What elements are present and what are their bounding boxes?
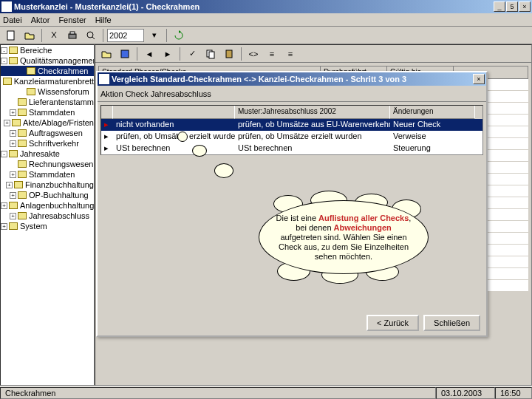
- tool-indent-icon[interactable]: ≡: [282, 47, 299, 61]
- svg-rect-6: [209, 52, 214, 58]
- tool-open-icon[interactable]: [98, 47, 115, 61]
- tool-code-icon[interactable]: <>: [245, 47, 262, 61]
- status-date: 03.10.2003: [436, 387, 495, 399]
- dlg-col-2[interactable]: Muster:Jahresabschluss 2002: [235, 106, 390, 119]
- tree-item[interactable]: +System: [1, 221, 94, 231]
- tool-prev-icon[interactable]: ◄: [141, 47, 157, 61]
- dialog-titlebar[interactable]: Vergleich Standard-Checkrahmen <-> Kanzl…: [98, 72, 486, 86]
- close-button[interactable]: ×: [519, 1, 531, 12]
- tool-save-icon[interactable]: [117, 47, 133, 61]
- preview-icon[interactable]: [83, 28, 99, 43]
- dialog-title: Vergleich Standard-Checkrahmen <-> Kanzl…: [112, 75, 473, 83]
- tree-item[interactable]: +OP-Buchhaltung: [1, 190, 94, 200]
- tool-paste-icon[interactable]: [221, 47, 237, 61]
- menu-datei[interactable]: Datei: [3, 16, 22, 24]
- main-toolbar: ▾: [0, 27, 532, 44]
- cut-icon[interactable]: [46, 28, 62, 43]
- tree-item[interactable]: -Jahresakte: [1, 149, 94, 159]
- svg-rect-1: [69, 34, 76, 38]
- tree-item[interactable]: Kanzleiarmaturenbrett: [1, 76, 94, 86]
- tree-item[interactable]: +Auftragswesen: [1, 128, 94, 138]
- year-input[interactable]: [107, 29, 144, 42]
- tree-item[interactable]: +Finanzbuchhaltung: [1, 180, 94, 190]
- dlg-col-1[interactable]: [113, 106, 235, 119]
- dialog-table[interactable]: Muster:Jahresabschluss 2002 Änderungen ▸…: [100, 105, 483, 155]
- tool-check-icon[interactable]: ✓: [184, 47, 200, 61]
- minimize-button[interactable]: _: [494, 1, 505, 12]
- dlg-col-3[interactable]: Änderungen: [390, 106, 475, 119]
- panel-toolbar: ◄ ► ✓ <> ≡ ≡: [95, 45, 531, 63]
- tree-item[interactable]: Wissensforum: [1, 86, 94, 97]
- tree-item[interactable]: Rechnungswesen: [1, 159, 94, 169]
- menu-fenster[interactable]: Fenster: [58, 16, 86, 24]
- tool-outdent-icon[interactable]: ≡: [264, 47, 280, 61]
- tree-item[interactable]: +Schriftverkehr: [1, 138, 94, 149]
- tree-item[interactable]: Lieferantenstamm: [1, 97, 94, 107]
- tree-item[interactable]: -Bereiche: [1, 45, 94, 55]
- dialog-toolbar: Aktion Check Jahresabschluss: [98, 86, 486, 102]
- tree-item[interactable]: +Akte/Ablage/Fristen: [1, 117, 94, 128]
- hint-bubble: Die ist eine Auflistung aller Checks, be…: [244, 189, 436, 278]
- new-icon[interactable]: [3, 28, 19, 43]
- close-dialog-button[interactable]: Schließen: [423, 315, 480, 331]
- dialog-close-button[interactable]: ×: [473, 74, 485, 84]
- tree-item[interactable]: +Anlagenbuchhaltung: [1, 200, 94, 211]
- refresh-icon[interactable]: [171, 28, 187, 43]
- restore-button[interactable]: 5: [506, 1, 518, 12]
- table-row[interactable]: ▸USt berechnenUSt berechnenSteuerung: [101, 143, 482, 154]
- app-icon: [1, 1, 12, 12]
- svg-rect-7: [226, 50, 232, 58]
- open-icon[interactable]: [21, 28, 38, 43]
- navigation-tree[interactable]: -Bereiche-QualitätsmanagementCheckrahmen…: [0, 44, 95, 386]
- window-title: Musterkanzlei - Musterkanzlei(1) - Check…: [14, 2, 494, 11]
- dialog-icon: [99, 74, 109, 84]
- tree-item[interactable]: +Jahresabschluss: [1, 211, 94, 221]
- svg-rect-2: [70, 32, 75, 34]
- year-dropdown-icon[interactable]: ▾: [146, 28, 163, 43]
- main-titlebar: Musterkanzlei - Musterkanzlei(1) - Check…: [0, 0, 532, 13]
- hint-text: Die ist eine Auflistung aller Checks, be…: [259, 200, 429, 274]
- back-button[interactable]: < Zurück: [366, 315, 419, 331]
- menu-hilfe[interactable]: Hilfe: [95, 16, 112, 24]
- print-icon[interactable]: [64, 28, 81, 43]
- tool-copy-icon[interactable]: [202, 47, 219, 61]
- dlg-col-icon[interactable]: [101, 106, 113, 119]
- statusbar: Checkrahmen 03.10.2003 16:50: [0, 386, 532, 399]
- table-row[interactable]: ▸nicht vorhandenprüfen, ob Umsätze aus E…: [101, 119, 482, 131]
- tree-item[interactable]: Checkrahmen: [1, 66, 94, 76]
- svg-point-3: [87, 32, 93, 38]
- tree-item[interactable]: +Stammdaten: [1, 107, 94, 117]
- tool-next-icon[interactable]: ►: [160, 47, 176, 61]
- menu-aktor[interactable]: Aktor: [31, 16, 50, 24]
- tree-item[interactable]: -Qualitätsmanagement: [1, 55, 94, 66]
- menubar: Datei Aktor Fenster Hilfe: [0, 13, 532, 27]
- tree-item[interactable]: +Stammdaten: [1, 169, 94, 180]
- status-time: 16:50: [495, 387, 532, 399]
- status-text: Checkrahmen: [0, 387, 436, 399]
- table-row[interactable]: ▸prüfen, ob Umsätze erzielt wurdenprüfen…: [101, 131, 482, 143]
- svg-rect-4: [121, 50, 129, 58]
- dialog-toolbar-label: Aktion Check Jahresabschluss: [100, 89, 211, 98]
- svg-rect-0: [7, 31, 14, 40]
